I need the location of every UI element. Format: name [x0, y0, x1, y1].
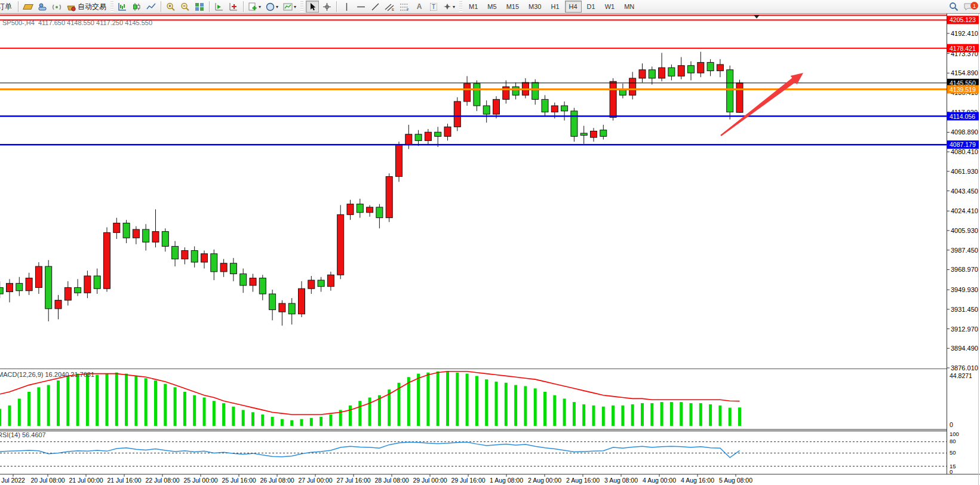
rsi-indicator-label: RSI(14) 56.4607 [0, 431, 46, 438]
horizontal-line-icon [357, 2, 365, 11]
axis-text: 3968.970 [951, 266, 978, 273]
chart-canvas[interactable]: 4192.4104173.3704154.8904136.4104117.920… [0, 0, 980, 485]
axis-text: 4 Aug 00:00 [643, 477, 676, 484]
arrows-tool[interactable]: ▾ [441, 1, 457, 13]
zoom-out-button[interactable] [179, 1, 192, 13]
chart-shift-icon [229, 2, 238, 11]
timeframe-M15[interactable]: M15 [502, 1, 523, 13]
line-chart-button[interactable] [145, 1, 158, 13]
charts-grid-button[interactable] [21, 1, 35, 13]
axis-text: 21 Jul 16:00 [107, 477, 141, 484]
new-chart-icon [248, 2, 257, 11]
chart-shift-button[interactable] [227, 1, 240, 13]
axis-text: 28 Jul 08:00 [374, 477, 408, 484]
arrows-tool-icon [443, 2, 451, 11]
text-tool[interactable]: A [413, 1, 426, 13]
timeframe-W1[interactable]: W1 [601, 1, 619, 13]
auto-scroll-icon [214, 2, 224, 11]
ohlc-open: 4117.650 [38, 19, 65, 26]
autotrading-icon [66, 2, 76, 11]
bar-chart-icon [118, 2, 127, 11]
ohlc-high: 4148.550 [67, 19, 94, 26]
timeframe-M5[interactable]: M5 [483, 1, 500, 13]
horizontal-line-tool[interactable] [354, 1, 367, 13]
zoom-in-button[interactable] [164, 1, 177, 13]
text-tool-icon: A [417, 2, 422, 11]
separator [209, 1, 210, 12]
dropdown-caret: ▾ [259, 4, 261, 10]
axis-text: 3912.970 [951, 326, 978, 333]
gold-bar-icon [23, 4, 33, 10]
clock-icon [266, 2, 275, 11]
macd-signal-value: 21.7631 [70, 371, 94, 378]
separator [243, 1, 244, 12]
chart-title: SP500-,H4 4117.650 4148.550 4117.250 414… [2, 19, 152, 26]
axis-text: 3876.010 [951, 364, 978, 372]
signal-icon [52, 2, 62, 11]
fibonacci-tool[interactable]: F [398, 1, 411, 13]
line-chart-icon [146, 2, 156, 11]
equidistant-channel-tool[interactable]: E [383, 1, 397, 13]
channel-icon: E [385, 2, 395, 11]
new-order-button[interactable]: 订单 [1, 1, 15, 13]
vertical-line-icon [343, 2, 351, 11]
axis-text: 3931.450 [951, 306, 978, 313]
new-order-label: 订单 [0, 2, 13, 12]
vertical-line-tool[interactable] [340, 1, 353, 13]
timeframe-MN[interactable]: MN [620, 1, 638, 13]
metaeditor-button[interactable] [36, 1, 49, 13]
axis-text: 4087.179 [950, 141, 976, 148]
axis-text: 4192.410 [951, 30, 978, 37]
toolbar-grip [300, 1, 303, 12]
bar-chart-button[interactable] [116, 1, 129, 13]
candlestick-mode-button[interactable] [130, 1, 143, 13]
autotrading-label: 自动交易 [78, 2, 106, 12]
text-label-tool[interactable]: T [427, 1, 440, 13]
macd-name: MACD(12,26,9) [0, 371, 43, 378]
axis-text: 0 [950, 468, 953, 475]
templates-button[interactable]: ▾ [281, 1, 298, 13]
template-icon [283, 2, 293, 11]
separator [336, 1, 337, 12]
axis-text: 4098.890 [951, 128, 978, 136]
timeframe-M1[interactable]: M1 [465, 1, 482, 13]
crosshair-tool-button[interactable] [320, 1, 333, 13]
axis-text: 100 [950, 431, 959, 437]
new-chart-button[interactable]: ▾ [247, 1, 263, 13]
trendline-icon [371, 2, 380, 11]
macd-indicator-label: MACD(12,26,9) 16.2040 21.7631 [0, 371, 94, 378]
macd-main-value: 16.2040 [45, 371, 69, 378]
axis-text: 4178.421 [950, 45, 976, 52]
ohlc-close: 4145.550 [125, 19, 152, 26]
search-button[interactable] [947, 1, 960, 13]
rsi-name: RSI(14) [0, 431, 20, 438]
axis-text: 4043.450 [951, 188, 978, 195]
tile-windows-icon [195, 2, 204, 11]
trendline-tool[interactable] [368, 1, 382, 13]
dropdown-caret: ▾ [276, 4, 278, 10]
timeframe-H4[interactable]: H4 [565, 1, 582, 13]
toolbar-grip [110, 1, 113, 12]
timeframe-D1[interactable]: D1 [583, 1, 600, 13]
axis-text: 27 Jul 16:00 [336, 477, 370, 484]
separator [161, 1, 161, 12]
axis-text: 5 Aug 08:00 [719, 477, 752, 484]
periods-button[interactable]: ▾ [264, 1, 280, 13]
cursor-icon [308, 2, 317, 11]
timeframe-M30[interactable]: M30 [524, 1, 545, 13]
axis-text: 80 [950, 438, 956, 444]
search-icon [949, 2, 959, 11]
axis-text: 4139.519 [950, 86, 976, 93]
axis-text: 4205.123 [950, 16, 976, 23]
timeframe-H1[interactable]: H1 [546, 1, 563, 13]
market-depth-button[interactable] [50, 1, 63, 13]
auto-scroll-button[interactable] [213, 1, 226, 13]
tile-windows-button[interactable] [193, 1, 206, 13]
axis-text: 4154.890 [951, 69, 978, 76]
svg-text:F: F [407, 8, 409, 11]
autotrading-button[interactable]: 自动交易 [64, 1, 108, 13]
axis-text: 20 Jul 08:00 [30, 477, 64, 484]
notifications-button[interactable]: 1 [961, 1, 975, 13]
cursor-tool-button[interactable] [306, 1, 319, 13]
axis-text: 27 Jul 00:00 [298, 477, 332, 484]
